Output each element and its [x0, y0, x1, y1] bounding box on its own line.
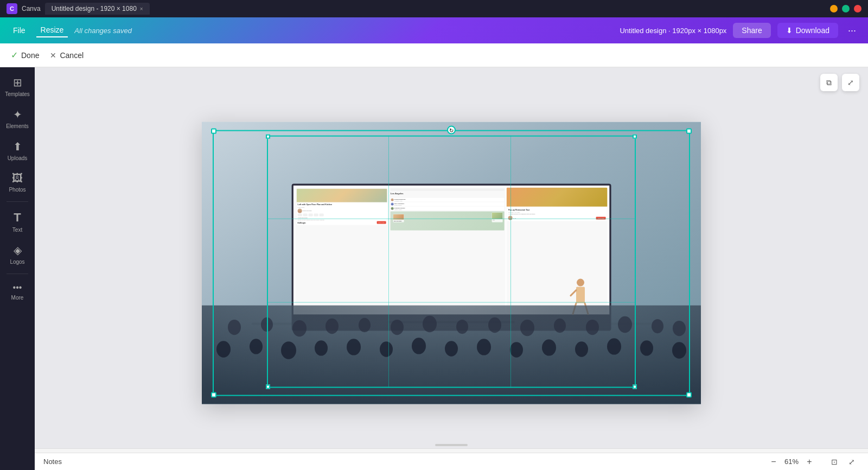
design-title: Untitled design · 1920px × 1080px — [620, 27, 726, 35]
photos-icon: 🖼 — [12, 172, 23, 185]
canvas-area[interactable]: ⧉ ⤢ — [35, 67, 868, 470]
svg-point-29 — [477, 339, 491, 355]
book-now-button[interactable]: Book Now — [376, 221, 386, 224]
sidebar-item-templates[interactable]: ⊞ Templates — [2, 72, 33, 101]
fit-page-button[interactable]: ⊡ — [827, 455, 842, 468]
tab-close-icon[interactable]: × — [140, 6, 143, 12]
notes-button[interactable]: Notes — [43, 458, 62, 466]
svg-point-6 — [228, 320, 241, 335]
sidebar: ⊞ Templates ✦ Elements ⬆ Uploads 🖼 Photo… — [0, 67, 35, 470]
zoom-in-button[interactable]: + — [803, 455, 816, 468]
zoom-out-button[interactable]: − — [767, 455, 780, 468]
book-restaurant-button[interactable]: Book Now — [596, 217, 605, 220]
sidebar-item-elements[interactable]: ✦ Elements — [2, 104, 33, 134]
cancel-button[interactable]: ✕ Cancel — [50, 51, 84, 60]
map-card-2-img — [492, 213, 503, 219]
sidebar-divider-2 — [7, 274, 28, 274]
more-icon: ••• — [13, 283, 22, 293]
item-sub-1: Availability Today — [394, 200, 504, 201]
svg-point-17 — [586, 320, 599, 335]
canvas-float-buttons: ⧉ ⤢ — [820, 74, 859, 91]
avatar-3 — [391, 207, 394, 210]
map-card-label: TEN CHILDERS — [393, 220, 404, 222]
canvas-background: Loft with Open Floor Plan and Kitchen Ho… — [202, 122, 701, 404]
avatar-2 — [391, 203, 394, 206]
amenity-icon-1 — [298, 213, 302, 216]
restaurant-footer: ★ 4.8 Book Now — [508, 216, 606, 220]
item-details-2: Max Availability Primary Events — [394, 203, 504, 206]
svg-point-19 — [652, 319, 663, 333]
resize-bar: ✓ Done ✕ Cancel — [0, 43, 868, 67]
svg-point-12 — [423, 316, 437, 332]
main-layout: ⊞ Templates ✦ Elements ⬆ Uploads 🖼 Photo… — [0, 67, 868, 470]
fullscreen-button[interactable]: ⤢ — [844, 455, 859, 468]
restaurant-card: Pop-up Restaurant Tour Restaurant · City… — [507, 207, 607, 221]
window-controls — [830, 5, 861, 12]
map-card-2-label: CHEF — [492, 219, 503, 221]
map-card: TEN CHILDERS — [393, 214, 404, 223]
mockup-center-panel: Los Angeles People Exploring Availabilit… — [390, 188, 506, 313]
main-toolbar: File Resize All changes saved Untitled d… — [0, 17, 868, 43]
file-menu[interactable]: File — [9, 24, 30, 37]
expand-icon: ⤢ — [847, 78, 854, 87]
done-button[interactable]: ✓ Done — [11, 50, 39, 60]
uploads-label: Uploads — [8, 155, 28, 161]
property-title: Loft with Open Floor Plan and Kitchen — [298, 204, 386, 206]
svg-point-35 — [672, 342, 686, 358]
list-item-3: Premium Rooms Location Nearby — [391, 207, 505, 211]
logos-icon: ◈ — [14, 244, 22, 257]
property-desc-text: Beautiful loft with amazing views and mo… — [298, 219, 386, 220]
expand-button[interactable]: ⤢ — [842, 74, 859, 91]
minimize-button[interactable] — [830, 5, 838, 12]
sidebar-item-photos[interactable]: 🖼 Photos — [2, 168, 33, 197]
center-list: People Exploring Availability Today Max … — [391, 198, 505, 211]
item-details-3: Premium Rooms Location Nearby — [394, 207, 504, 210]
svg-point-18 — [618, 316, 632, 333]
svg-point-27 — [412, 338, 426, 354]
avatar-1 — [391, 199, 394, 201]
location-title: Los Angeles — [391, 192, 505, 195]
svg-point-20 — [673, 321, 686, 336]
svg-point-10 — [359, 318, 371, 332]
cancel-label: Cancel — [60, 51, 84, 60]
browser-tab[interactable]: Untitled design - 1920 × 1080 × — [45, 3, 150, 15]
mockup-left-panel: Loft with Open Floor Plan and Kitchen Ho… — [296, 188, 388, 313]
item-sub-2: Primary Events — [394, 205, 504, 206]
svg-point-9 — [326, 319, 339, 334]
logos-label: Logos — [10, 259, 24, 265]
list-item-1: People Exploring Availability Today — [391, 198, 505, 202]
copy-button[interactable]: ⧉ — [820, 74, 838, 91]
templates-label: Templates — [5, 91, 30, 97]
maximize-button[interactable] — [842, 5, 850, 12]
sidebar-item-text[interactable]: T Text — [2, 206, 33, 237]
sidebar-item-uploads[interactable]: ⬆ Uploads — [2, 136, 33, 166]
svg-point-24 — [315, 340, 328, 355]
map-card-img — [393, 214, 404, 220]
scroll-indicator[interactable] — [435, 444, 468, 446]
property-info: Loft with Open Floor Plan and Kitchen Ho… — [297, 202, 387, 225]
elements-icon: ✦ — [13, 108, 22, 121]
host-avatar — [298, 208, 302, 213]
more-options-button[interactable]: ··· — [845, 23, 859, 39]
share-button[interactable]: Share — [733, 23, 770, 38]
download-label: Download — [796, 26, 829, 35]
zoom-controls: − 61% + ⊡ ⤢ — [767, 455, 859, 468]
svg-rect-1 — [576, 287, 585, 303]
restaurant-title: Pop-up Restaurant Tour — [508, 209, 606, 211]
sidebar-divider — [7, 201, 28, 202]
map-card-2: CHEF — [492, 213, 503, 223]
download-button[interactable]: ⬇ Download — [777, 23, 838, 38]
photos-label: Photos — [9, 187, 25, 193]
resize-menu[interactable]: Resize — [36, 23, 68, 37]
sidebar-item-more[interactable]: ••• More — [2, 278, 33, 305]
copy-icon: ⧉ — [826, 78, 832, 87]
svg-point-8 — [292, 320, 307, 336]
host-name: Sarah Johnson — [303, 210, 312, 212]
map-content: TEN CHILDERS CHEF — [391, 212, 505, 231]
sidebar-item-logos[interactable]: ◈ Logos — [2, 239, 33, 269]
list-item-2: Max Availability Primary Events — [391, 202, 505, 206]
svg-point-16 — [554, 319, 566, 333]
close-button[interactable] — [854, 5, 861, 12]
text-icon: T — [14, 211, 21, 225]
restaurant-description: A complete restaurant tour experience wi… — [508, 213, 606, 215]
